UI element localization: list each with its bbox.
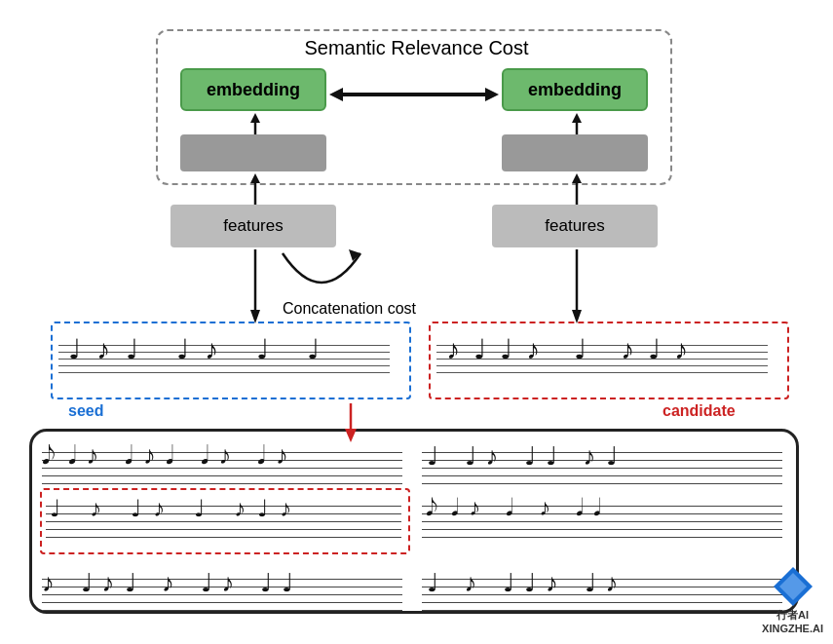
semantic-title: Semantic Relevance Cost (0, 37, 833, 59)
svg-marker-0 (329, 88, 343, 101)
svg-marker-17 (345, 429, 357, 442)
features-right: features (492, 205, 658, 247)
watermark-logo-icon (772, 565, 814, 608)
arrow-features-up-left-icon (247, 173, 263, 207)
sheet-music-area: 𝅘𝅥𝅮 ♩♪ ♩♪♩ ♩♪ ♩♪ ♩ ♩♪ ♩♩ ♪♩ ♩ ♪ ♩ (29, 429, 799, 614)
svg-marker-8 (250, 173, 260, 183)
features-left: features (170, 205, 336, 247)
seed-music: ♩♪♩ ♩♪ ♩ ♩ (58, 331, 399, 392)
watermark-text-line2: XINGZHE.AI (762, 623, 823, 634)
gray-box-right (502, 134, 648, 171)
arrow-features-up-right-icon (569, 173, 585, 207)
candidate-label: candidate (663, 402, 736, 420)
double-arrow-icon (329, 85, 499, 104)
svg-marker-1 (485, 88, 499, 101)
arrow-down-left-icon (247, 249, 263, 323)
embedding-left: embedding (180, 68, 326, 111)
svg-rect-2 (341, 93, 487, 96)
concat-label: Concatenation cost (283, 300, 416, 318)
candidate-music: ♪♩♩♪ ♩ ♪♩♪ (436, 331, 783, 392)
arrow-up-left-icon (247, 113, 263, 136)
embedding-right: embedding (502, 68, 648, 111)
red-arrow-down-icon (331, 403, 370, 442)
watermark: 行者AI XINGZHE.AI (762, 565, 823, 634)
svg-marker-10 (572, 173, 582, 183)
svg-marker-6 (572, 113, 582, 123)
arrow-down-right-icon (569, 249, 585, 323)
watermark-text-line1: 行者AI (776, 608, 809, 623)
seed-label: seed (68, 402, 103, 420)
gray-box-left (180, 134, 326, 171)
diagram-container: Semantic Relevance Cost embedding embedd… (0, 0, 833, 644)
svg-marker-4 (250, 113, 260, 123)
arrow-up-right-icon (569, 113, 585, 136)
